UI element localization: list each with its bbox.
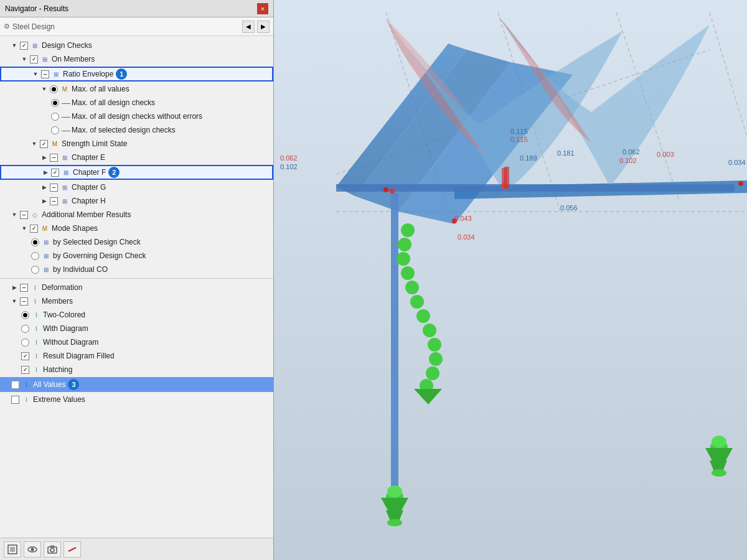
tree-item-max-all-values[interactable]: ▼ M Max. of all values <box>0 82 273 96</box>
radio-by-governing-dc[interactable] <box>31 252 39 260</box>
radio-max-all-dc[interactable] <box>51 99 59 107</box>
label-chapter-e: Chapter E <box>72 153 105 162</box>
tree-item-extreme-values[interactable]: ⌇ Extreme Values <box>0 393 273 406</box>
camera-button[interactable] <box>44 541 61 558</box>
checkbox-strength[interactable] <box>40 140 48 148</box>
svg-point-38 <box>428 338 441 352</box>
radio-max-all-values[interactable] <box>50 85 58 93</box>
tree-item-by-selected-dc[interactable]: ⊞ by Selected Design Check <box>0 235 273 249</box>
tree-item-strength-limit[interactable]: ▼ M Strength Limit State <box>0 137 273 151</box>
svg-point-37 <box>423 324 436 337</box>
label-by-selected-dc: by Selected Design Check <box>53 238 141 246</box>
close-button[interactable]: × <box>257 3 268 14</box>
tree-item-on-members[interactable]: ▼ ⊞ On Members <box>0 52 273 66</box>
checkbox-extreme-values[interactable] <box>11 396 19 404</box>
titlebar-title: Navigator - Results <box>5 4 68 13</box>
svg-point-36 <box>416 309 430 323</box>
checkbox-on-members[interactable] <box>30 55 38 63</box>
checkbox-all-values[interactable] <box>11 381 19 389</box>
expand-on-members[interactable]: ▼ <box>20 55 29 63</box>
eye-button[interactable] <box>24 541 41 558</box>
expand-strength[interactable]: ▼ <box>30 139 39 148</box>
svg-text:0.115: 0.115 <box>510 136 528 143</box>
checkbox-chapter-e[interactable] <box>50 154 58 162</box>
radio-by-selected-dc[interactable] <box>31 238 39 246</box>
tree-item-max-all-dc[interactable]: — Max. of all design checks <box>0 96 273 110</box>
checkbox-chapter-h[interactable] <box>50 197 58 205</box>
tree-item-chapter-g[interactable]: ▶ ⊞ Chapter G <box>0 180 273 194</box>
tree-item-hatching[interactable]: ⌇ Hatching <box>0 363 273 376</box>
expand-ratio-envelope[interactable]: ▼ <box>31 70 40 78</box>
tree-item-members[interactable]: ▼ ⌇ Members <box>0 294 273 308</box>
checkbox-result-filled[interactable] <box>21 352 29 360</box>
radio-max-no-err[interactable] <box>51 113 59 121</box>
tree-item-chapter-h[interactable]: ▶ ⊞ Chapter H <box>0 194 273 208</box>
checkbox-hatching[interactable] <box>21 366 29 374</box>
checkbox-chapter-g[interactable] <box>50 184 58 192</box>
label-max-all-dc: Max. of all design checks <box>72 98 155 107</box>
label-ratio-envelope: Ratio Envelope <box>63 70 113 78</box>
tree-item-max-selected[interactable]: — Max. of selected design checks <box>0 123 273 137</box>
tree-item-all-values[interactable]: ⌇ All Values 3 <box>0 377 273 392</box>
label-chapter-g: Chapter G <box>72 183 106 192</box>
checkbox-design-checks[interactable] <box>20 42 28 50</box>
checkbox-ratio-envelope[interactable] <box>41 70 49 78</box>
expand-additional[interactable]: ▼ <box>10 210 19 219</box>
svg-point-5 <box>50 548 54 552</box>
tree-item-deformation[interactable]: ▶ ⌇ Deformation <box>0 281 273 294</box>
icon-additional: ◇ <box>30 210 40 220</box>
icon-strength: M <box>50 139 60 149</box>
label-max-no-err: Max. of all design checks without errors <box>72 112 202 121</box>
svg-text:0.043: 0.043 <box>454 215 472 222</box>
expand-members[interactable]: ▼ <box>10 297 19 306</box>
expand-chapter-e[interactable]: ▶ <box>40 153 49 162</box>
tree-item-result-diagram-filled[interactable]: ⌇ Result Diagram Filled <box>0 349 273 363</box>
label-design-checks: Design Checks <box>42 41 92 50</box>
checkbox-members[interactable] <box>20 297 28 306</box>
label-additional: Additional Member Results <box>42 210 131 219</box>
tree-area: ▼ ⊞ Design Checks ▼ ⊞ On Members ▼ ⊞ Rat… <box>0 36 273 538</box>
radio-by-individual-co[interactable] <box>31 266 39 274</box>
radio-without-diagram[interactable] <box>21 338 29 347</box>
icon-result-filled: ⌇ <box>31 351 41 361</box>
dash-icon-2: — <box>62 111 70 121</box>
label-two-colored: Two-Colored <box>43 310 85 319</box>
line-button[interactable] <box>63 541 81 558</box>
svg-point-21 <box>387 485 402 498</box>
tree-item-design-checks[interactable]: ▼ ⊞ Design Checks <box>0 39 273 52</box>
expand-max-all[interactable]: ▼ <box>40 85 49 93</box>
icon-chapter-f: ⊞ <box>61 167 71 177</box>
tree-item-by-individual-co[interactable]: ⊞ by Individual CO <box>0 263 273 276</box>
expand-deformation[interactable]: ▶ <box>10 283 19 292</box>
tree-item-ratio-envelope[interactable]: ▼ ⊞ Ratio Envelope 1 <box>0 67 273 82</box>
expand-chapter-f[interactable]: ▶ <box>41 168 50 177</box>
checkbox-deformation[interactable] <box>20 284 28 292</box>
tree-item-additional[interactable]: ▼ ◇ Additional Member Results <box>0 208 273 222</box>
radio-with-diagram[interactable] <box>21 325 29 333</box>
expand-chapter-g[interactable]: ▶ <box>40 183 49 192</box>
tree-item-max-all-dc-no-err[interactable]: — Max. of all design checks without erro… <box>0 110 273 123</box>
checkbox-chapter-f[interactable] <box>51 169 59 177</box>
back-button[interactable]: ◀ <box>242 21 255 33</box>
module-icon: ⚙ <box>4 22 10 30</box>
tree-item-by-governing-dc[interactable]: ⊞ by Governing Design Check <box>0 249 273 263</box>
svg-text:0.102: 0.102 <box>619 157 637 164</box>
tree-item-two-colored[interactable]: ⌇ Two-Colored <box>0 308 273 322</box>
checkbox-mode-shapes[interactable] <box>30 225 38 233</box>
expand-chapter-h[interactable]: ▶ <box>40 197 49 205</box>
expand-design-checks[interactable]: ▼ <box>10 41 19 50</box>
icon-members: ⌇ <box>30 296 40 306</box>
expand-mode-shapes[interactable]: ▼ <box>20 224 29 233</box>
tree-item-chapter-f[interactable]: ▶ ⊞ Chapter F 2 <box>0 165 273 180</box>
tree-item-without-diagram[interactable]: ⌇ Without Diagram <box>0 335 273 349</box>
svg-point-44 <box>390 189 395 194</box>
tree-item-mode-shapes[interactable]: ▼ M Mode Shapes <box>0 222 273 235</box>
tree-item-with-diagram[interactable]: ⌇ With Diagram <box>0 322 273 335</box>
radio-two-colored[interactable] <box>21 311 29 319</box>
view-button[interactable] <box>4 541 21 558</box>
forward-button[interactable]: ▶ <box>257 21 270 33</box>
bottom-toolbar <box>0 538 273 560</box>
checkbox-additional[interactable] <box>20 211 28 219</box>
radio-max-selected[interactable] <box>51 126 59 134</box>
tree-item-chapter-e[interactable]: ▶ ⊞ Chapter E <box>0 151 273 164</box>
